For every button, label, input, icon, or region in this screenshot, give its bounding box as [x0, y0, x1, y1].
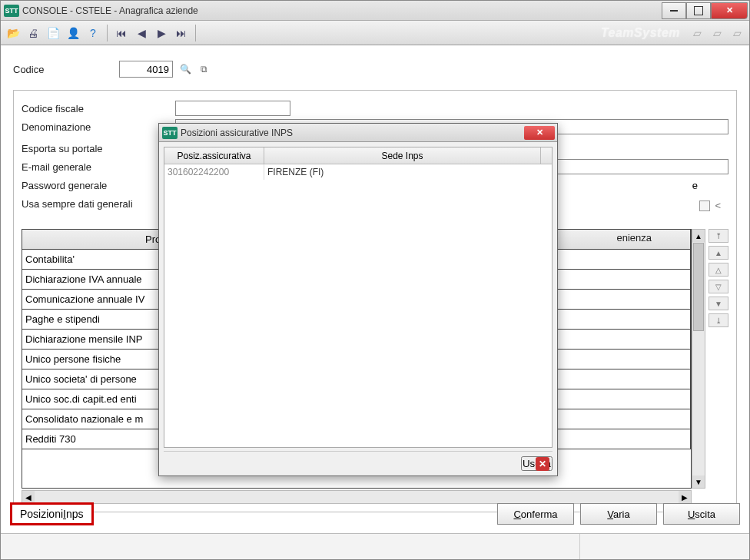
user-icon[interactable]: 👤	[64, 24, 82, 42]
move-up-button[interactable]: ▲	[709, 246, 728, 260]
cell-posizione: 301602242200	[164, 164, 264, 180]
email-label: E-mail generale	[22, 161, 175, 173]
col-posizione-header: Posiz.assicurativa	[164, 147, 264, 164]
col-sede-header: Sede Inps	[264, 147, 541, 164]
search-icon[interactable]: 🔍	[179, 63, 191, 75]
copy-icon[interactable]: 📄	[44, 24, 62, 42]
dialog-close-button[interactable]: ✕	[524, 126, 555, 140]
posizioni-inps-button[interactable]: PosizioniInps	[10, 502, 94, 525]
vertical-scrollbar[interactable]: ▲ ▼	[692, 229, 705, 489]
conferma-button[interactable]: Conferma	[497, 503, 574, 525]
scroll-up-icon[interactable]: ▲	[692, 230, 705, 242]
help-icon[interactable]: ?	[84, 24, 102, 42]
move-down-button[interactable]: ▼	[709, 297, 728, 310]
scroll-thumb[interactable]	[693, 243, 704, 331]
cell-sede: FIRENZE (FI)	[264, 164, 552, 180]
status-bar	[1, 533, 749, 559]
last-record-icon[interactable]: ⏭	[172, 24, 191, 42]
dialog-title: Posizioni assicurative INPS	[181, 128, 524, 138]
right-partial-label: e	[692, 180, 698, 191]
move-down-one-button[interactable]: ▽	[709, 280, 728, 293]
prev-record-icon[interactable]: ◀	[132, 24, 151, 42]
move-bottom-button[interactable]: ⤓	[709, 313, 728, 327]
denominazione-label: Denominazione	[22, 121, 175, 133]
codice-input[interactable]	[119, 61, 173, 78]
close-button[interactable]	[711, 2, 748, 19]
check-field[interactable]	[699, 200, 710, 211]
tab-icon-3[interactable]: ▱	[728, 24, 746, 42]
table-scroll-header	[541, 147, 552, 164]
codice-fiscale-label: Codice fiscale	[22, 103, 175, 114]
usa-sempre-label: Usa sempre dati generali	[22, 198, 175, 210]
move-up-one-button[interactable]: △	[709, 263, 728, 277]
next-record-icon[interactable]: ▶	[152, 24, 171, 42]
esporta-label: Esporta su portale	[22, 143, 175, 154]
lookup-icon[interactable]: ⧉	[197, 63, 210, 75]
first-record-icon[interactable]: ⏮	[112, 24, 131, 42]
procedure-header-right: enienza	[616, 232, 652, 244]
open-icon[interactable]: 📂	[4, 24, 22, 42]
maximize-button[interactable]	[686, 2, 711, 19]
scroll-down-icon[interactable]: ▼	[692, 476, 705, 488]
tab-icon-1[interactable]: ▱	[688, 24, 706, 42]
check-symbol: <	[715, 200, 721, 211]
codice-fiscale-input[interactable]	[175, 101, 290, 116]
inps-table[interactable]: Posiz.assicurativa Sede Inps 30160224220…	[164, 147, 553, 448]
brand-logo: TeamSystem	[601, 26, 686, 40]
table-row[interactable]: 301602242200 FIRENZE (FI)	[164, 164, 552, 180]
app-icon: STT	[4, 5, 19, 17]
uscita-button[interactable]: Uscita	[663, 503, 740, 525]
varia-button[interactable]: Varia	[580, 503, 657, 525]
dialog-app-icon: STT	[162, 127, 178, 139]
move-top-button[interactable]: ⤒	[709, 229, 728, 243]
codice-label: Codice	[13, 64, 113, 75]
print-icon[interactable]: 🖨	[24, 24, 42, 42]
dialog-close-icon[interactable]: ✕	[536, 457, 549, 471]
window-title: CONSOLE - CSTELE - Anagrafica aziende	[22, 5, 662, 16]
tab-icon-2[interactable]: ▱	[708, 24, 726, 42]
posizioni-inps-dialog: STT Posizioni assicurative INPS ✕ Posiz.…	[158, 123, 558, 476]
password-label: Password generale	[22, 180, 175, 191]
minimize-button[interactable]	[662, 2, 686, 19]
